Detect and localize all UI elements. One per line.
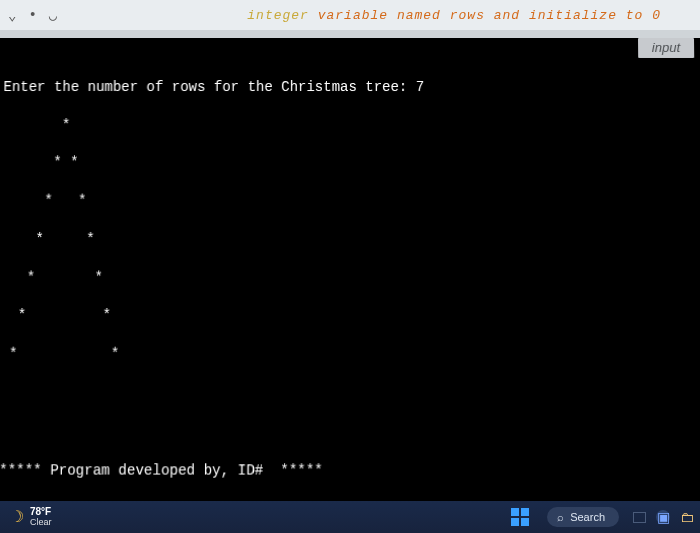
console-line: * * — [0, 345, 699, 364]
windows-taskbar[interactable]: ☽ 78°F Clear ⌕ Search ▣ 🗀 — [0, 501, 700, 533]
breakpoint-icon[interactable]: • — [28, 7, 36, 24]
chevron-down-icon[interactable]: ⌄ — [8, 7, 16, 24]
blank-line — [0, 422, 700, 441]
weather-condition: Clear — [30, 518, 52, 527]
editor-gutter-icons: ⌄ • ◡ — [8, 7, 57, 24]
console-wrap: input Enter the number of rows for the C… — [0, 38, 700, 501]
console-line: * * — [2, 192, 698, 211]
moon-icon: ☽ — [10, 509, 24, 526]
input-badge[interactable]: input — [638, 38, 694, 58]
weather-widget[interactable]: ☽ 78°F Clear — [10, 507, 52, 527]
code-comment: integer variable named rows and initiali… — [247, 8, 661, 23]
blank-line — [0, 383, 700, 402]
separator — [0, 30, 700, 38]
taskbar-search[interactable]: ⌕ Search — [547, 507, 619, 527]
console-line: * — [3, 116, 697, 135]
taskbar-pinned-apps: ▣ 🗀 — [633, 509, 694, 525]
console-line: * * — [2, 154, 697, 173]
search-label: Search — [570, 511, 605, 523]
search-icon: ⌕ — [557, 511, 564, 523]
taskview-icon[interactable] — [633, 512, 646, 523]
console-line: ***** Program developed by, ID# ***** — [0, 461, 700, 480]
console-line: * * — [1, 306, 700, 325]
editor-top-strip: ⌄ • ◡ integer variable named rows and in… — [0, 0, 700, 30]
weather-temp: 78°F — [30, 507, 52, 518]
file-explorer-icon[interactable]: 🗀 — [680, 509, 694, 525]
console-line: * * — [1, 268, 699, 287]
console-output[interactable]: input Enter the number of rows for the C… — [0, 38, 700, 507]
comment-keyword: integer — [247, 8, 309, 23]
console-line: * * — [2, 230, 699, 249]
comment-text: variable named rows and initialize to 0 — [318, 8, 661, 23]
console-line: Enter the number of rows for the Christm… — [3, 78, 696, 97]
chat-icon[interactable]: ▣ — [656, 510, 670, 524]
windows-start-icon[interactable] — [511, 508, 529, 526]
marker-icon[interactable]: ◡ — [49, 7, 57, 24]
